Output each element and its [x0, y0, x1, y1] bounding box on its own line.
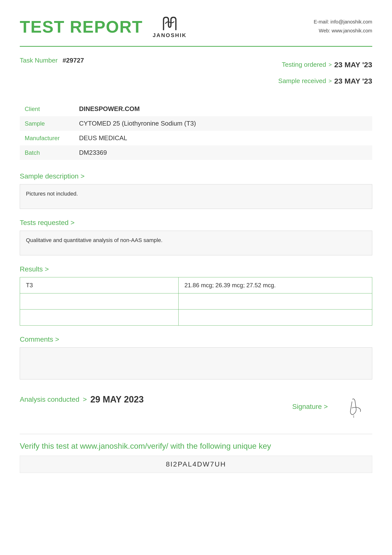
- analysis-date: 29 MAY 2023: [90, 394, 144, 405]
- signature-group: Signature >: [292, 394, 372, 419]
- task-number-value: #29727: [62, 57, 84, 64]
- sample-description-section: Sample description > Pictures not includ…: [20, 172, 372, 209]
- result-col2-1: 21.86 mcg; 26.39 mcg; 27.52 mcg.: [178, 277, 372, 293]
- sample-received-line: Sample received > 23 MAY '23: [278, 73, 372, 89]
- email-label: E-mail: info@janoshik.com: [314, 17, 372, 26]
- result-row-3: [20, 310, 372, 326]
- sample-label: Sample: [20, 116, 74, 131]
- signature-label: Signature >: [292, 403, 328, 411]
- web-label: Web: www.janoshik.com: [314, 26, 372, 35]
- result-row-2: [20, 293, 372, 310]
- comments-section: Comments >: [20, 335, 372, 379]
- analysis-left: Analysis conducted > 29 MAY 2023: [20, 394, 144, 405]
- sample-row: Sample CYTOMED 25 (Liothyronine Sodium (…: [20, 116, 372, 131]
- result-col1-1: T3: [20, 277, 179, 293]
- signature-image: [333, 394, 372, 419]
- manufacturer-label: Manufacturer: [20, 131, 74, 145]
- header-divider: [20, 46, 372, 47]
- batch-label: Batch: [20, 145, 74, 160]
- result-col2-3: [178, 310, 372, 326]
- sample-value: CYTOMED 25 (Liothyronine Sodium (T3): [74, 116, 372, 131]
- tests-requested-content: Qualitative and quantitative analysis of…: [20, 231, 372, 255]
- task-row: Task Number #29727 Testing ordered > 23 …: [20, 57, 372, 89]
- analysis-arrow: >: [83, 396, 87, 403]
- batch-value: DM23369: [74, 145, 372, 160]
- result-row-1: T3 21.86 mcg; 26.39 mcg; 27.52 mcg.: [20, 277, 372, 293]
- testing-ordered-arrow: >: [329, 59, 332, 71]
- verify-key: 8I2PAL4DW7UH: [20, 456, 372, 473]
- testing-ordered-line: Testing ordered > 23 MAY '23: [278, 57, 372, 73]
- tests-requested-section: Tests requested > Qualitative and quanti…: [20, 219, 372, 255]
- task-number-label: Task Number: [20, 57, 58, 64]
- result-col1-3: [20, 310, 179, 326]
- task-number-group: Task Number #29727: [20, 57, 84, 64]
- logo-container: JANOSHIK: [153, 15, 187, 39]
- result-col1-2: [20, 293, 179, 310]
- info-table: Client DINESPOWER.COM Sample CYTOMED 25 …: [20, 102, 372, 160]
- client-row: Client DINESPOWER.COM: [20, 102, 372, 116]
- manufacturer-value: DEUS MEDICAL: [74, 131, 372, 145]
- sample-received-label: Sample received: [278, 74, 326, 88]
- verify-text: Verify this test at www.janoshik.com/ver…: [20, 442, 372, 451]
- comments-title: Comments >: [20, 335, 372, 343]
- manufacturer-row: Manufacturer DEUS MEDICAL: [20, 131, 372, 145]
- page-title: TEST REPORT: [20, 18, 143, 35]
- batch-row: Batch DM23369: [20, 145, 372, 160]
- header-left: TEST REPORT JANOSHIK: [20, 15, 187, 39]
- sample-description-content: Pictures not included.: [20, 184, 372, 209]
- comments-content: [20, 347, 372, 379]
- logo-text: JANOSHIK: [153, 32, 187, 39]
- analysis-label: Analysis conducted: [20, 396, 79, 403]
- dates-group: Testing ordered > 23 MAY '23 Sample rece…: [278, 57, 372, 89]
- testing-ordered-label: Testing ordered: [282, 58, 326, 72]
- results-section: Results > T3 21.86 mcg; 26.39 mcg; 27.52…: [20, 265, 372, 326]
- analysis-row: Analysis conducted > 29 MAY 2023 Signatu…: [20, 394, 372, 419]
- header-contact: E-mail: info@janoshik.com Web: www.janos…: [314, 15, 372, 35]
- verify-section: Verify this test at www.janoshik.com/ver…: [20, 434, 372, 473]
- sample-description-title: Sample description >: [20, 172, 372, 180]
- logo-icon: [159, 15, 181, 32]
- sample-received-value: 23 MAY '23: [334, 73, 372, 89]
- results-table: T3 21.86 mcg; 26.39 mcg; 27.52 mcg.: [20, 277, 372, 326]
- tests-requested-title: Tests requested >: [20, 219, 372, 227]
- testing-ordered-value: 23 MAY '23: [334, 57, 372, 73]
- page-header: TEST REPORT JANOSHIK E-mail: info@janosh…: [20, 15, 372, 39]
- results-title: Results >: [20, 265, 372, 273]
- sample-received-arrow: >: [329, 75, 332, 87]
- result-col2-2: [178, 293, 372, 310]
- client-label: Client: [20, 102, 74, 116]
- client-value: DINESPOWER.COM: [74, 102, 372, 116]
